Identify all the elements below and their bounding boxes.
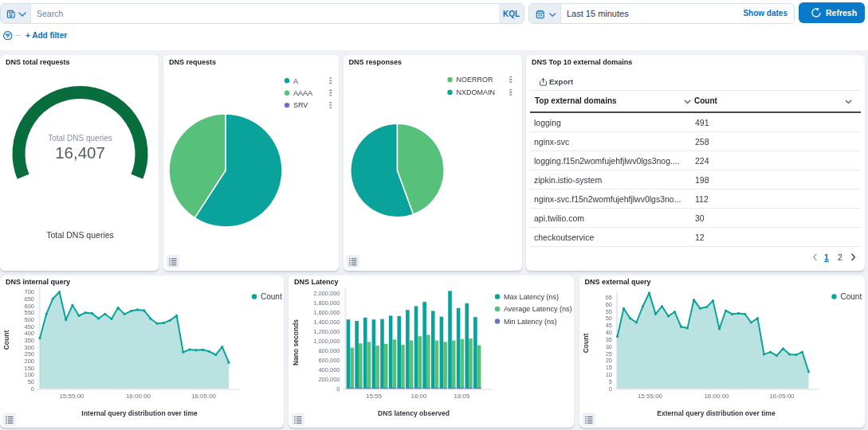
- svg-text:35: 35: [605, 335, 611, 342]
- svg-text:15: 15: [605, 364, 611, 371]
- svg-text:150: 150: [24, 364, 34, 371]
- svg-text:15:55: 15:55: [366, 393, 383, 400]
- svg-text:25: 25: [605, 350, 611, 357]
- svg-text:16:00:00: 16:00:00: [126, 393, 151, 400]
- svg-text:40: 40: [605, 329, 611, 336]
- svg-text:200,000: 200,000: [318, 375, 340, 382]
- svg-text:50: 50: [605, 315, 611, 322]
- svg-text:Max Latency (ns): Max Latency (ns): [504, 292, 559, 300]
- svg-text:45: 45: [605, 322, 611, 329]
- svg-text:Total DNS queries: Total DNS queries: [48, 134, 112, 143]
- svg-text:0: 0: [31, 385, 34, 392]
- svg-text:1,400,000: 1,400,000: [313, 318, 340, 325]
- svg-text:20: 20: [605, 357, 611, 364]
- svg-text:1,200,000: 1,200,000: [313, 327, 340, 334]
- svg-text:50: 50: [28, 378, 34, 385]
- svg-text:2,000,000: 2,000,000: [313, 290, 340, 297]
- svg-text:1,600,000: 1,600,000: [313, 308, 340, 315]
- svg-text:Internal query distribution ov: Internal query distribution over time: [81, 408, 198, 416]
- svg-text:300: 300: [24, 343, 34, 350]
- svg-text:400: 400: [24, 330, 34, 337]
- svg-text:200: 200: [24, 358, 34, 365]
- svg-text:Min Latency (ns): Min Latency (ns): [504, 317, 557, 325]
- svg-text:650: 650: [24, 295, 34, 302]
- svg-text:15:55:00: 15:55:00: [637, 393, 662, 400]
- svg-text:800,000: 800,000: [318, 346, 340, 354]
- svg-text:16:00:00: 16:00:00: [704, 393, 729, 400]
- svg-text:65: 65: [605, 293, 611, 300]
- svg-text:Nano seconds: Nano seconds: [292, 319, 300, 365]
- svg-text:0: 0: [336, 385, 340, 392]
- svg-text:Count: Count: [582, 333, 590, 353]
- svg-text:5: 5: [608, 377, 611, 385]
- svg-text:External query distribution ov: External query distribution over time: [657, 408, 776, 416]
- svg-text:16:05: 16:05: [454, 393, 470, 400]
- svg-text:600,000: 600,000: [318, 356, 340, 363]
- svg-text:10: 10: [605, 371, 611, 378]
- svg-text:700: 700: [24, 288, 34, 295]
- svg-text:Average Latency (ns): Average Latency (ns): [504, 305, 571, 313]
- svg-text:NXDOMAIN: NXDOMAIN: [456, 88, 495, 96]
- svg-text:350: 350: [24, 337, 34, 344]
- svg-text:60: 60: [605, 300, 611, 307]
- svg-text:AAAA: AAAA: [293, 89, 312, 97]
- svg-text:600: 600: [24, 302, 34, 309]
- svg-text:16:05:00: 16:05:00: [191, 393, 217, 400]
- svg-text:Total DNS queries: Total DNS queries: [46, 230, 114, 240]
- svg-text:Count: Count: [840, 291, 862, 300]
- svg-text:16:00: 16:00: [410, 393, 427, 400]
- svg-text:SRV: SRV: [293, 101, 308, 109]
- svg-text:16,407: 16,407: [55, 143, 105, 162]
- svg-text:30: 30: [605, 342, 611, 350]
- svg-text:0: 0: [608, 385, 611, 392]
- svg-text:15:55:00: 15:55:00: [59, 393, 84, 400]
- svg-text:100: 100: [24, 371, 34, 378]
- svg-text:1,000,000: 1,000,000: [313, 337, 340, 344]
- svg-text:400,000: 400,000: [318, 366, 340, 373]
- svg-text:500: 500: [24, 315, 34, 322]
- svg-text:Count: Count: [2, 330, 10, 350]
- svg-text:550: 550: [24, 309, 34, 316]
- svg-text:Count: Count: [261, 291, 282, 300]
- svg-text:1,800,000: 1,800,000: [313, 299, 340, 307]
- svg-text:55: 55: [605, 307, 611, 315]
- svg-text:NOERROR: NOERROR: [456, 76, 493, 84]
- svg-text:250: 250: [24, 350, 34, 358]
- svg-text:450: 450: [24, 322, 34, 330]
- svg-text:A: A: [293, 77, 298, 85]
- svg-text:16:05:00: 16:05:00: [769, 393, 795, 400]
- svg-text:DNS latency observed: DNS latency observed: [378, 408, 450, 416]
